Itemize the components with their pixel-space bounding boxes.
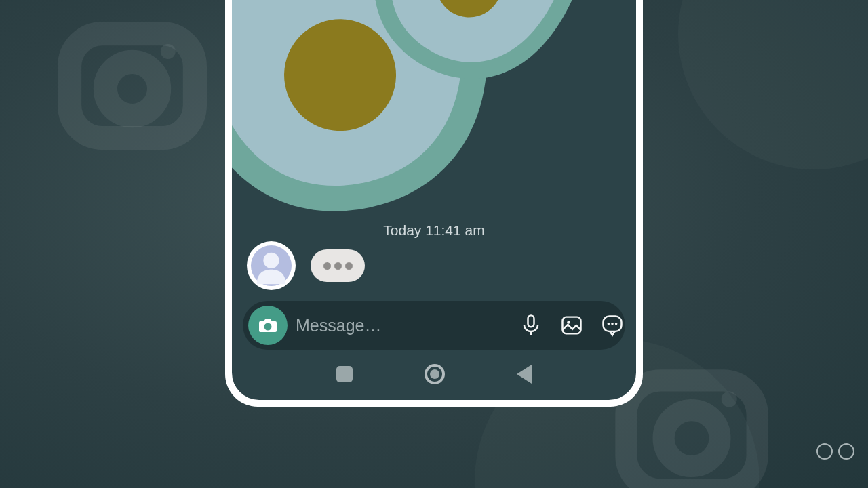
svg-point-20: [615, 323, 618, 325]
phone-screen: Today 11:41 am: [232, 0, 636, 400]
compose-actions: [518, 312, 636, 338]
dot-icon[interactable]: [816, 443, 833, 460]
nav-home-button[interactable]: [425, 364, 445, 384]
compose-bar: [243, 301, 625, 350]
svg-point-19: [611, 323, 614, 325]
nav-back-button[interactable]: [517, 365, 532, 384]
dot-icon[interactable]: [838, 443, 854, 460]
square-icon: [336, 366, 353, 382]
svg-rect-15: [563, 317, 581, 334]
svg-point-2: [161, 44, 176, 59]
nav-recent-button[interactable]: [336, 366, 353, 382]
conversation-timestamp: Today 11:41 am: [232, 222, 636, 239]
avatar[interactable]: [247, 241, 296, 290]
mic-icon: [519, 313, 543, 338]
background-blob: [678, 0, 868, 169]
svg-point-12: [264, 323, 272, 331]
sticker-icon: [600, 313, 625, 338]
camera-button[interactable]: [248, 306, 288, 345]
triangle-left-icon: [517, 365, 532, 384]
svg-point-1: [105, 62, 159, 115]
dot-icon: [345, 262, 353, 270]
svg-point-11: [263, 253, 279, 268]
svg-rect-13: [528, 315, 534, 327]
pagination-dots: [816, 443, 854, 460]
gallery-button[interactable]: [559, 312, 585, 338]
svg-point-4: [664, 410, 720, 466]
avatar-silhouette-icon: [250, 245, 292, 287]
incoming-message-row: [247, 241, 365, 290]
message-input[interactable]: [296, 316, 510, 336]
mic-button[interactable]: [518, 312, 544, 338]
typing-indicator: [311, 249, 365, 282]
circle-icon: [425, 364, 445, 384]
gallery-icon: [559, 313, 584, 338]
phone-frame: Today 11:41 am: [225, 0, 643, 407]
svg-point-16: [567, 321, 570, 324]
dot-icon: [334, 262, 342, 270]
svg-point-5: [722, 392, 737, 407]
svg-point-18: [608, 323, 610, 325]
sticker-button[interactable]: [599, 312, 625, 338]
android-navbar: [232, 355, 636, 393]
dot-icon: [323, 262, 331, 270]
camera-icon: [257, 314, 279, 336]
background-camera-icon: [58, 7, 207, 156]
